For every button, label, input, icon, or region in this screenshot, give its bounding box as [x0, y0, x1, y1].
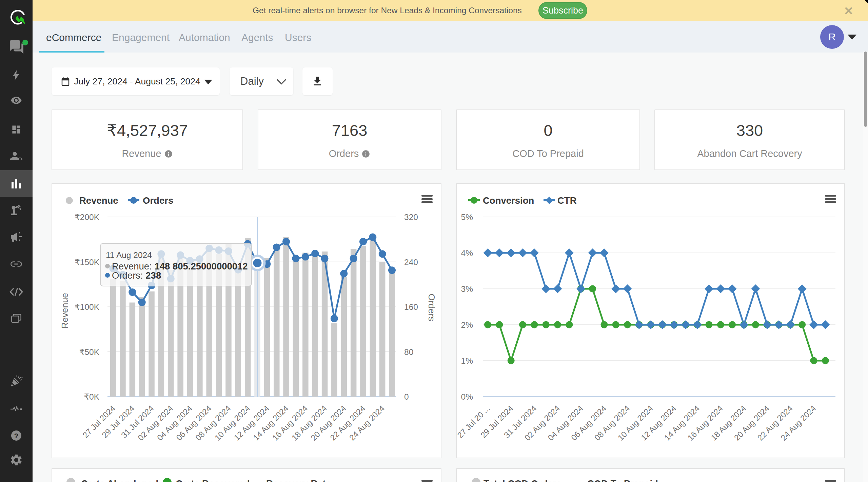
svg-text:2%: 2%: [461, 320, 473, 329]
svg-text:80: 80: [404, 347, 413, 357]
svg-text:Revenue: Revenue: [60, 293, 70, 329]
svg-text:5%: 5%: [461, 213, 473, 222]
svg-text:₹100K: ₹100K: [75, 302, 99, 312]
svg-text:4%: 4%: [461, 248, 473, 258]
svg-text:0%: 0%: [461, 392, 473, 401]
svg-text:3%: 3%: [461, 284, 473, 294]
svg-text:Orders: 238: Orders: 238: [112, 270, 161, 281]
svg-text:240: 240: [404, 258, 418, 267]
svg-text:₹150K: ₹150K: [75, 258, 99, 267]
svg-text:₹50K: ₹50K: [79, 347, 100, 357]
svg-text:0: 0: [404, 392, 409, 401]
svg-text:320: 320: [404, 213, 418, 222]
svg-text:?: ?: [14, 432, 19, 440]
svg-text:₹200K: ₹200K: [75, 213, 99, 222]
svg-text:Orders: Orders: [427, 294, 437, 321]
svg-text:1%: 1%: [461, 356, 473, 365]
svg-text:11 Aug 2024: 11 Aug 2024: [106, 250, 152, 260]
svg-text:160: 160: [404, 302, 418, 312]
svg-text:₹0K: ₹0K: [84, 392, 99, 401]
